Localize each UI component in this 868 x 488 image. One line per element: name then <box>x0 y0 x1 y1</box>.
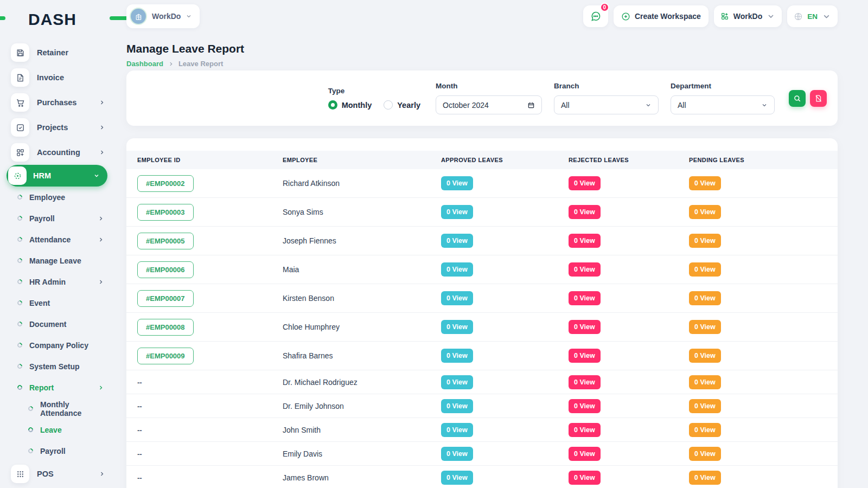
pending-leaves-view-button[interactable]: 0 View <box>689 176 721 190</box>
approved-leaves-view-button[interactable]: 0 View <box>441 399 473 413</box>
rejected-leaves-view-button[interactable]: 0 View <box>569 176 601 190</box>
table-row: #EMP00006 Maia 0 View 0 View 0 View <box>126 255 838 284</box>
approved-leaves-view-button[interactable]: 0 View <box>441 471 473 485</box>
employee-id-badge[interactable]: #EMP00002 <box>137 175 194 192</box>
department-select[interactable]: All <box>671 95 775 114</box>
approved-leaves-view-button[interactable]: 0 View <box>441 234 473 248</box>
app-logo[interactable]: DASH <box>0 5 115 34</box>
pending-leaves-view-button[interactable]: 0 View <box>689 291 721 305</box>
sidebar-item-pos[interactable]: POS <box>0 461 115 486</box>
sidebar-item-leave[interactable]: Leave <box>0 419 115 440</box>
department-value: All <box>678 101 686 110</box>
branch-select[interactable]: All <box>554 95 659 114</box>
search-button[interactable] <box>789 90 806 107</box>
ring-bullet-icon <box>16 278 23 285</box>
column-header-employee: EMPLOYEE <box>283 157 441 163</box>
sidebar-item-manage-leave[interactable]: Manage Leave <box>0 250 115 271</box>
month-input[interactable]: October 2024 <box>436 95 542 114</box>
rejected-leaves-view-button[interactable]: 0 View <box>569 399 601 413</box>
approved-leaves-view-button[interactable]: 0 View <box>441 423 473 437</box>
pending-leaves-view-button[interactable]: 0 View <box>689 349 721 363</box>
radio-checked-icon[interactable] <box>328 100 337 110</box>
pending-leaves-view-button[interactable]: 0 View <box>689 262 721 277</box>
rejected-leaves-view-button[interactable]: 0 View <box>569 423 601 437</box>
employee-id-badge[interactable]: #EMP00007 <box>137 290 194 307</box>
radio-unchecked-icon[interactable] <box>384 100 393 110</box>
language-selector[interactable]: EN <box>787 5 838 27</box>
sidebar-item-company-policy[interactable]: Company Policy <box>0 335 115 356</box>
sidebar-item-projects[interactable]: Projects <box>0 115 115 140</box>
pending-leaves-view-button[interactable]: 0 View <box>689 320 721 334</box>
rejected-leaves-view-button[interactable]: 0 View <box>569 375 601 389</box>
rejected-leaves-view-button[interactable]: 0 View <box>569 205 601 219</box>
workspace-selector[interactable]: WorkDo <box>126 4 200 28</box>
employee-id-badge[interactable]: #EMP00006 <box>137 261 194 278</box>
sidebar-item-accounting[interactable]: Accounting <box>0 140 115 165</box>
chevron-right-icon <box>98 215 104 222</box>
sidebar-item-employee[interactable]: Employee <box>0 187 115 208</box>
pending-leaves-view-button[interactable]: 0 View <box>689 375 721 389</box>
employee-name: John Smith <box>283 426 441 434</box>
calendar-icon <box>527 101 535 109</box>
employee-id-empty: -- <box>137 402 142 410</box>
create-workspace-button[interactable]: Create Workspace <box>614 5 709 27</box>
ring-bullet-icon <box>16 215 23 222</box>
sidebar-item-monthly-attendance[interactable]: Monthly Attendance <box>0 398 115 419</box>
ring-bullet-icon <box>27 426 34 433</box>
employee-name: Chloe Humphrey <box>283 323 441 331</box>
rejected-leaves-view-button[interactable]: 0 View <box>569 447 601 461</box>
table-row: #EMP00009 Shafira Barnes 0 View 0 View 0… <box>126 342 838 370</box>
table-row: -- John Smith 0 View 0 View 0 View <box>126 418 838 442</box>
approved-leaves-view-button[interactable]: 0 View <box>441 320 473 334</box>
ring-bullet-icon <box>16 236 23 243</box>
workdo-menu-button[interactable]: WorkDo <box>714 5 782 27</box>
approved-leaves-view-button[interactable]: 0 View <box>441 262 473 277</box>
grid-plus-icon <box>11 143 29 162</box>
breadcrumb-dashboard-link[interactable]: Dashboard <box>126 60 163 68</box>
approved-leaves-view-button[interactable]: 0 View <box>441 375 473 389</box>
rejected-leaves-view-button[interactable]: 0 View <box>569 320 601 334</box>
sidebar-item-attendance[interactable]: Attendance <box>0 229 115 250</box>
sidebar-item-payroll[interactable]: Payroll <box>0 440 115 461</box>
rejected-leaves-view-button[interactable]: 0 View <box>569 349 601 363</box>
pending-leaves-view-button[interactable]: 0 View <box>689 234 721 248</box>
employee-id-badge[interactable]: #EMP00009 <box>137 348 194 364</box>
pending-leaves-view-button[interactable]: 0 View <box>689 471 721 485</box>
sidebar-item-purchases[interactable]: Purchases <box>0 90 115 115</box>
sidebar-item-system-setup[interactable]: System Setup <box>0 356 115 377</box>
approved-leaves-view-button[interactable]: 0 View <box>441 176 473 190</box>
rejected-leaves-view-button[interactable]: 0 View <box>569 291 601 305</box>
employee-id-badge[interactable]: #EMP00003 <box>137 204 194 221</box>
sidebar-item-hr-admin[interactable]: HR Admin <box>0 271 115 292</box>
sidebar-item-label: HRM <box>33 171 93 180</box>
chevron-down-icon <box>186 13 192 20</box>
approved-leaves-view-button[interactable]: 0 View <box>441 447 473 461</box>
table-row: #EMP00005 Joseph Fiennes 0 View 0 View 0… <box>126 227 838 255</box>
messages-button[interactable]: 0 <box>583 5 608 27</box>
sidebar-item-report[interactable]: Report <box>0 377 115 398</box>
sidebar-item-retainer[interactable]: Retainer <box>0 40 115 65</box>
rejected-leaves-view-button[interactable]: 0 View <box>569 471 601 485</box>
pending-leaves-view-button[interactable]: 0 View <box>689 399 721 413</box>
employee-id-badge[interactable]: #EMP00008 <box>137 319 194 336</box>
ring-bullet-icon <box>16 342 23 349</box>
branch-value: All <box>561 101 570 110</box>
approved-leaves-view-button[interactable]: 0 View <box>441 349 473 363</box>
rejected-leaves-view-button[interactable]: 0 View <box>569 262 601 277</box>
sidebar-item-hrm[interactable]: HRM <box>7 165 107 187</box>
pending-leaves-view-button[interactable]: 0 View <box>689 205 721 219</box>
pending-leaves-view-button[interactable]: 0 View <box>689 423 721 437</box>
rejected-leaves-view-button[interactable]: 0 View <box>569 234 601 248</box>
type-option-yearly[interactable]: Yearly <box>384 100 420 110</box>
column-header-approved-leaves: APPROVED LEAVES <box>441 157 569 163</box>
pending-leaves-view-button[interactable]: 0 View <box>689 447 721 461</box>
sidebar-item-event[interactable]: Event <box>0 292 115 313</box>
sidebar-item-payroll[interactable]: Payroll <box>0 208 115 229</box>
reset-button[interactable] <box>810 90 827 107</box>
type-option-monthly[interactable]: Monthly <box>328 100 372 110</box>
sidebar-item-document[interactable]: Document <box>0 313 115 335</box>
approved-leaves-view-button[interactable]: 0 View <box>441 205 473 219</box>
approved-leaves-view-button[interactable]: 0 View <box>441 291 473 305</box>
sidebar-item-invoice[interactable]: Invoice <box>0 65 115 90</box>
employee-id-badge[interactable]: #EMP00005 <box>137 233 194 249</box>
